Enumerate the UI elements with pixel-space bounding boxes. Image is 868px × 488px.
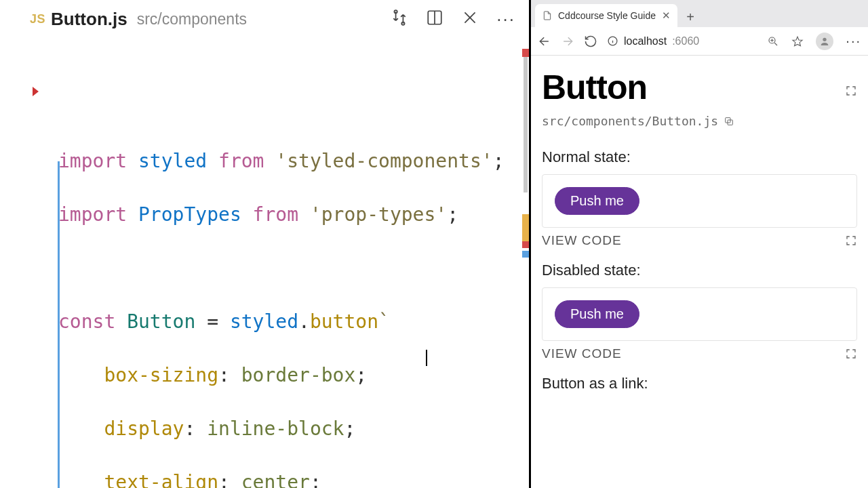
source-path: src/components/Button.js (542, 114, 718, 128)
url-box[interactable]: localhost:6060 (607, 35, 699, 47)
editor-tab: JS Button.js src/components ··· (0, 0, 529, 38)
browser-tab-title: Cddcourse Style Guide (558, 10, 656, 21)
back-icon[interactable] (538, 35, 551, 48)
view-code-toggle[interactable]: VIEW CODE (542, 233, 622, 248)
site-info-icon[interactable] (607, 35, 618, 47)
file-name: Button.js (51, 9, 127, 30)
address-bar: localhost:6060 ··· (531, 27, 868, 56)
favorite-icon[interactable] (791, 35, 804, 47)
styleguide-page: Button src/components/Button.js Normal s… (531, 56, 868, 488)
file-dir: src/components (137, 10, 247, 28)
page-icon (542, 10, 553, 21)
zoom-icon[interactable] (767, 35, 779, 47)
browser-tabbar: Cddcourse Style Guide ✕ + (531, 0, 868, 27)
reload-icon[interactable] (584, 35, 597, 48)
profile-avatar[interactable] (816, 33, 833, 50)
forward-icon (561, 35, 574, 48)
more-actions-icon[interactable]: ··· (496, 9, 515, 30)
demo-button[interactable]: Push me (555, 187, 639, 215)
fullscreen-icon[interactable] (845, 348, 857, 360)
svg-point-13 (823, 37, 827, 41)
browser-menu-icon[interactable]: ··· (846, 33, 861, 49)
new-tab-button[interactable]: + (680, 7, 701, 27)
page-title: Button (542, 68, 647, 107)
indent-guide (58, 161, 60, 488)
section-label: Disabled state: (542, 262, 857, 279)
svg-point-1 (402, 22, 405, 25)
svg-line-10 (775, 43, 778, 45)
close-tab-icon[interactable]: ✕ (662, 9, 671, 22)
text-caret-icon (426, 350, 427, 366)
js-file-icon: JS (30, 12, 45, 26)
editor-pane: JS Button.js src/components ··· import s… (0, 0, 531, 488)
url-port: :6060 (672, 35, 699, 47)
section-label: Normal state: (542, 148, 857, 166)
browser-tab[interactable]: Cddcourse Style Guide ✕ (535, 4, 677, 27)
copy-icon[interactable] (724, 116, 734, 127)
example-box: Push me (542, 287, 857, 341)
minimap[interactable] (514, 38, 529, 488)
fullscreen-icon[interactable] (845, 235, 857, 247)
collapse-arrow-icon[interactable] (33, 87, 39, 96)
split-editor-icon[interactable] (426, 9, 443, 29)
demo-button[interactable]: Push me (555, 300, 639, 328)
example-box: Push me (542, 174, 857, 228)
close-tab-icon[interactable] (461, 9, 479, 29)
compare-changes-icon[interactable] (391, 9, 408, 29)
code-editor[interactable]: import styled from 'styled-components'; … (0, 38, 529, 488)
browser-pane: Cddcourse Style Guide ✕ + localhost:6060… (531, 0, 868, 488)
view-code-toggle[interactable]: VIEW CODE (542, 346, 622, 361)
section-label: Button as a link: (542, 375, 857, 392)
url-host: localhost (624, 35, 667, 47)
fullscreen-icon[interactable] (845, 85, 857, 97)
